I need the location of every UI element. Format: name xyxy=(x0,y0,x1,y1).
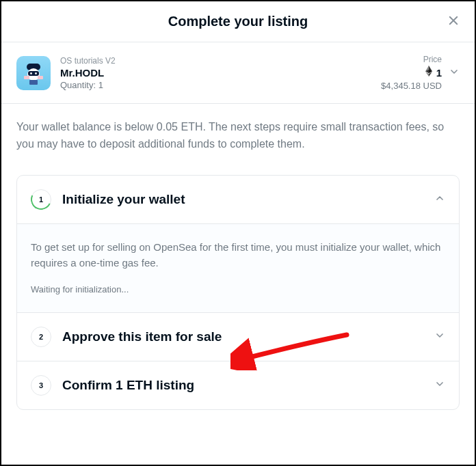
modal-body: Your wallet balance is below 0.05 ETH. T… xyxy=(1,104,475,465)
ethereum-icon xyxy=(425,66,432,79)
price-label: Price xyxy=(381,55,442,64)
svg-point-5 xyxy=(30,72,32,74)
svg-rect-7 xyxy=(24,76,29,79)
price-block: Price 1 $4,345.18 USD xyxy=(381,55,442,91)
step-header[interactable]: 2 Approve this item for sale xyxy=(17,313,459,361)
step-title: Approve this item for sale xyxy=(62,329,434,344)
step-number-badge: 2 xyxy=(31,327,51,347)
svg-rect-8 xyxy=(38,76,43,79)
modal-header: Complete your listing xyxy=(1,1,475,42)
svg-point-6 xyxy=(35,72,37,74)
item-quantity: Quantity: 1 xyxy=(60,80,381,90)
item-meta: OS tutorials V2 Mr.HODL Quantity: 1 xyxy=(60,56,381,90)
step-header[interactable]: 3 Confirm 1 ETH listing xyxy=(17,361,459,409)
step-number-badge: 1 xyxy=(31,189,51,210)
step-waiting: Waiting for initialization... xyxy=(31,284,445,294)
price-usd: $4,345.18 USD xyxy=(381,81,442,91)
chevron-down-icon xyxy=(434,330,445,344)
item-name: Mr.HODL xyxy=(60,67,381,79)
steps-list: 1 Initialize your wallet To get set up f… xyxy=(16,175,460,411)
item-thumbnail xyxy=(16,56,51,90)
item-summary: OS tutorials V2 Mr.HODL Quantity: 1 Pric… xyxy=(1,42,475,104)
price-value: 1 xyxy=(436,67,442,79)
step-number-badge: 3 xyxy=(31,375,51,396)
modal-title: Complete your listing xyxy=(168,14,308,29)
step-title: Initialize your wallet xyxy=(62,192,434,207)
step-body: To get set up for selling on OpenSea for… xyxy=(17,223,459,313)
step-confirm-listing: 3 Confirm 1 ETH listing xyxy=(17,361,459,409)
step-header[interactable]: 1 Initialize your wallet xyxy=(17,176,459,223)
collection-name: OS tutorials V2 xyxy=(60,56,381,66)
close-icon[interactable] xyxy=(447,14,460,29)
step-description: To get set up for selling on OpenSea for… xyxy=(31,239,445,271)
svg-rect-4 xyxy=(28,71,39,76)
step-title: Confirm 1 ETH listing xyxy=(62,378,434,393)
chevron-up-icon xyxy=(434,193,445,206)
step-approve-item: 2 Approve this item for sale xyxy=(17,313,459,361)
wallet-warning: Your wallet balance is below 0.05 ETH. T… xyxy=(16,119,460,153)
step-initialize-wallet: 1 Initialize your wallet To get set up f… xyxy=(17,176,459,314)
svg-rect-9 xyxy=(29,80,38,85)
chevron-down-icon[interactable] xyxy=(449,66,460,80)
chevron-down-icon xyxy=(434,379,445,392)
